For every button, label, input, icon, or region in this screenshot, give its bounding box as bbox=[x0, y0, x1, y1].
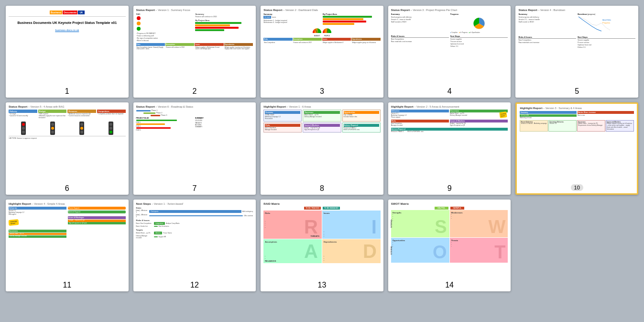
slide-2[interactable]: Status Report – Version 1 : Summary Focu… bbox=[133, 6, 256, 98]
slide-14-number-wrap: 14 bbox=[388, 280, 511, 291]
svg-text:Ideal Velocity: Ideal Velocity bbox=[602, 19, 611, 21]
slide-11[interactable]: Highlight Report – Version 4 : Simple 4 … bbox=[6, 200, 129, 291]
slide-2-title: Status Report – Version 1 : Summary Focu… bbox=[136, 9, 253, 11]
slide-8-title: Highlight Report – Version 1 : 6 Areas bbox=[263, 105, 381, 108]
slide-6[interactable]: Status Report – Version 5 : 4 Areas with… bbox=[6, 102, 129, 194]
slide-8-number-wrap: 8 bbox=[261, 183, 383, 195]
slide-5-title: Status Report – Version 4 : Burndown bbox=[518, 9, 635, 11]
slide-14[interactable]: SWOT Matrix HELPFUL HARMFUL Strengths ••… bbox=[388, 200, 511, 291]
slide-10-title: Highlight Report – Version 3 : Summary &… bbox=[520, 107, 634, 110]
slide-3-title: Status Report – Version 2 : Dashboard Di… bbox=[263, 9, 381, 11]
logo-business: Business bbox=[50, 11, 62, 14]
logo-uk: UK bbox=[78, 11, 84, 14]
slide-12-title: Next Steps – Version 1 : 'Action-based' bbox=[136, 202, 253, 205]
slide-grid: Business Documents UK Business Documents… bbox=[6, 6, 638, 291]
slide-number: 7 bbox=[192, 184, 196, 192]
slide-1[interactable]: Business Documents UK Business Documents… bbox=[6, 6, 129, 98]
slide-number: 8 bbox=[320, 184, 324, 192]
traffic-light-1 bbox=[21, 122, 26, 135]
slide-number: 9 bbox=[448, 184, 452, 192]
slide-6-number-wrap: 6 bbox=[6, 183, 129, 195]
slide-7-number-wrap: 7 bbox=[133, 183, 256, 195]
slide-number: 14 bbox=[445, 281, 454, 289]
slide-6-title: Status Report – Version 5 : 4 Areas with… bbox=[9, 105, 126, 108]
slide-1-link[interactable]: business-docs.co.uk bbox=[9, 29, 126, 32]
logo-documents: Documents bbox=[63, 11, 77, 14]
slide-number: 4 bbox=[448, 87, 452, 95]
slide-3[interactable]: Status Report – Version 2 : Dashboard Di… bbox=[261, 6, 383, 98]
slide-number: 1 bbox=[65, 87, 69, 95]
slide-2-number-wrap: 2 bbox=[133, 86, 256, 98]
slide-13-title: RAID Matrix bbox=[263, 202, 381, 205]
slide-8[interactable]: Highlight Report – Version 1 : 6 Areas S… bbox=[261, 102, 383, 194]
slide-9[interactable]: Highlight Report – Version 2 : 5 Areas &… bbox=[388, 102, 511, 194]
slide-11-title: Highlight Report – Version 4 : Simple 4 … bbox=[9, 202, 126, 205]
slide-number: 12 bbox=[190, 281, 199, 289]
slide-10-number-wrap: 10 bbox=[517, 182, 637, 193]
slide-12[interactable]: Next Steps – Version 1 : 'Action-based' … bbox=[133, 200, 256, 291]
slide-10[interactable]: Highlight Report – Version 3 : Summary &… bbox=[515, 102, 638, 194]
slide-14-title: SWOT Matrix bbox=[391, 202, 508, 205]
slide-7[interactable]: Status Report – Version 6 : Roadmap & St… bbox=[133, 102, 256, 194]
slide-4[interactable]: Status Report – Version 3 : Project Prog… bbox=[388, 6, 511, 98]
slide-number: 10 bbox=[571, 184, 583, 191]
slide-11-number-wrap: 11 bbox=[6, 280, 129, 291]
slide-1-number-wrap: 1 bbox=[6, 86, 129, 98]
slide-number: 2 bbox=[192, 87, 196, 95]
slide-9-number-wrap: 9 bbox=[388, 183, 511, 195]
slide-12-number-wrap: 12 bbox=[133, 280, 256, 291]
slide-number: 6 bbox=[65, 184, 69, 192]
slide-5-number-wrap: 5 bbox=[515, 86, 638, 98]
slide-9-title: Highlight Report – Version 2 : 5 Areas &… bbox=[391, 105, 508, 108]
traffic-light-3 bbox=[79, 122, 84, 135]
slide-1-title: Business Documents UK Keynote Project St… bbox=[9, 21, 126, 26]
slide-3-number-wrap: 3 bbox=[261, 86, 383, 98]
slide-number: 5 bbox=[575, 87, 579, 95]
slide-5[interactable]: Status Report – Version 4 : Burndown Sum… bbox=[515, 6, 638, 98]
slide-number: 11 bbox=[63, 281, 71, 289]
slide-4-title: Status Report – Version 3 : Project Prog… bbox=[391, 9, 508, 11]
slide-13-number-wrap: 13 bbox=[261, 280, 383, 291]
traffic-light-4 bbox=[109, 122, 113, 135]
slide-number: 3 bbox=[320, 87, 324, 95]
slide-number: 13 bbox=[318, 281, 327, 289]
svg-text:Progress: Progress bbox=[602, 22, 610, 24]
slide-7-title: Status Report – Version 6 : Roadmap & St… bbox=[136, 105, 253, 108]
traffic-light-2 bbox=[50, 122, 55, 135]
slide-13[interactable]: RAID Matrix TO BE TRACKED TO BE MANAGED … bbox=[261, 200, 383, 291]
slide-4-number-wrap: 4 bbox=[388, 86, 511, 98]
